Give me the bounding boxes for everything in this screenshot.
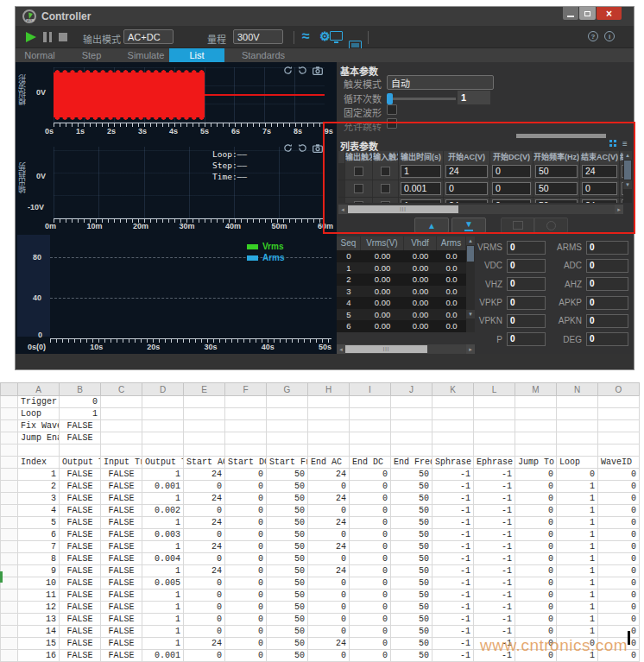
cell[interactable]: FALSE: [60, 565, 101, 577]
cell[interactable]: Output Ti: [142, 457, 184, 469]
cell[interactable]: 1: [557, 614, 598, 626]
cell[interactable]: 0: [308, 481, 350, 493]
cell[interactable]: [267, 444, 308, 457]
cell[interactable]: 0: [515, 602, 557, 614]
cell[interactable]: 0: [225, 469, 267, 481]
cell[interactable]: [515, 444, 557, 457]
column-header[interactable]: L: [474, 383, 515, 396]
cell[interactable]: End DC: [350, 457, 391, 469]
cell[interactable]: [142, 420, 184, 432]
table-row[interactable]: 30.00 0.000.0: [337, 286, 466, 298]
cell[interactable]: FALSE: [60, 529, 101, 541]
cell[interactable]: [225, 396, 267, 408]
cell[interactable]: 0: [184, 614, 225, 626]
cell[interactable]: 0: [308, 577, 350, 589]
scroll-down-icon[interactable]: ▾: [623, 180, 632, 189]
cell[interactable]: 0: [350, 589, 391, 602]
cell[interactable]: FALSE: [101, 481, 142, 493]
cell[interactable]: 0: [350, 493, 391, 505]
cell[interactable]: 8: [18, 553, 60, 565]
cell[interactable]: -1: [432, 626, 474, 638]
cell[interactable]: [308, 396, 350, 408]
cell[interactable]: 0: [350, 614, 391, 626]
cell[interactable]: [474, 444, 515, 457]
output-time-cell[interactable]: 1: [399, 198, 444, 203]
plot-area[interactable]: [54, 147, 325, 218]
cell[interactable]: 0: [184, 481, 225, 493]
cell[interactable]: 50: [391, 638, 432, 650]
table-row[interactable]: 60.00 0.000.0: [337, 320, 466, 332]
scroll-thumb[interactable]: [624, 161, 631, 180]
cell[interactable]: [432, 432, 474, 444]
cell[interactable]: [101, 408, 142, 420]
cell[interactable]: [184, 420, 225, 432]
start-dc-cell[interactable]: 0: [490, 180, 534, 197]
cell[interactable]: 0: [308, 529, 350, 541]
cell[interactable]: 50: [267, 493, 308, 505]
cell[interactable]: [515, 420, 557, 432]
row-gutter[interactable]: [1, 493, 18, 505]
start-dc-cell[interactable]: 0: [490, 198, 534, 203]
trigger-mode-select[interactable]: 自动 ▾: [387, 75, 494, 90]
cell[interactable]: 1: [557, 517, 598, 529]
cell[interactable]: 24: [184, 469, 225, 481]
settings-gear-icon[interactable]: ⚙: [319, 29, 331, 43]
cell[interactable]: 24: [184, 517, 225, 529]
scroll-thumb[interactable]: |||: [348, 205, 458, 213]
minimize-button[interactable]: [563, 7, 578, 20]
output-time-cell[interactable]: 1: [399, 163, 444, 180]
cell[interactable]: 1: [142, 517, 184, 529]
snapshot-camera-icon[interactable]: [313, 144, 323, 153]
cell[interactable]: [350, 396, 391, 408]
cell[interactable]: 6: [18, 529, 60, 541]
plot-area[interactable]: [50, 240, 331, 338]
cell[interactable]: 50: [267, 589, 308, 602]
cell[interactable]: [308, 444, 350, 457]
cell[interactable]: 0: [350, 517, 391, 529]
cell[interactable]: [557, 408, 598, 420]
move-up-button[interactable]: ▲: [414, 218, 449, 233]
cell[interactable]: FALSE: [101, 589, 142, 602]
cell[interactable]: 24: [184, 493, 225, 505]
cell[interactable]: 50: [391, 626, 432, 638]
cell[interactable]: Sphrase: [432, 457, 474, 469]
cell[interactable]: 24: [308, 517, 350, 529]
cell[interactable]: -1: [432, 469, 474, 481]
cell[interactable]: [598, 420, 640, 432]
readout-field[interactable]: 0: [507, 241, 546, 255]
cell[interactable]: 50: [267, 565, 308, 577]
cell[interactable]: FALSE: [101, 602, 142, 614]
cell[interactable]: 0: [225, 614, 267, 626]
readout-field[interactable]: 0: [586, 241, 628, 255]
cell[interactable]: 50: [391, 529, 432, 541]
column-header[interactable]: O: [598, 383, 640, 396]
cell[interactable]: -1: [432, 638, 474, 650]
pause-button[interactable]: [43, 32, 52, 42]
column-header[interactable]: I: [350, 383, 391, 396]
cell[interactable]: 0: [515, 529, 557, 541]
row-selector[interactable]: [338, 198, 345, 203]
vertical-scrollbar[interactable]: ▴ ▾: [623, 151, 632, 203]
column-header[interactable]: 输出时间(s): [399, 151, 444, 163]
cell[interactable]: [267, 432, 308, 444]
row-gutter[interactable]: [1, 577, 18, 589]
plot-area[interactable]: [54, 67, 325, 123]
cell[interactable]: 0: [225, 529, 267, 541]
output-mode-select[interactable]: AC+DC ▾: [123, 29, 174, 44]
cell[interactable]: [391, 396, 432, 408]
column-header[interactable]: D: [142, 383, 184, 396]
start-ac-cell[interactable]: 0: [444, 180, 490, 197]
row-gutter[interactable]: [1, 650, 18, 662]
cell[interactable]: 0: [225, 638, 267, 650]
cell[interactable]: -1: [474, 565, 515, 577]
cell[interactable]: -1: [432, 565, 474, 577]
cell[interactable]: 0: [184, 650, 225, 662]
cell[interactable]: 15: [18, 638, 60, 650]
allow-jump-checkbox[interactable]: [387, 118, 397, 129]
cell[interactable]: 1: [557, 553, 598, 565]
cell[interactable]: [225, 408, 267, 420]
cell[interactable]: 0: [515, 541, 557, 553]
cell[interactable]: [432, 420, 474, 432]
start-dc-cell[interactable]: 0: [490, 163, 534, 180]
cell[interactable]: 0: [225, 626, 267, 638]
